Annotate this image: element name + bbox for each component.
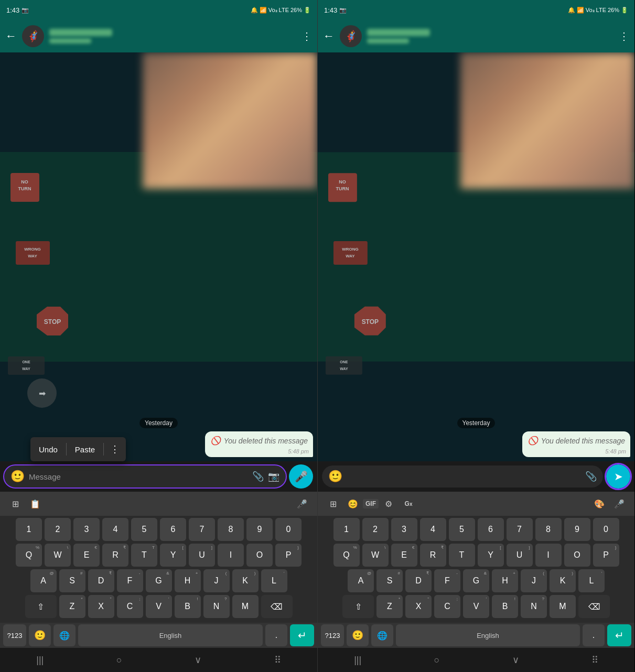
key2-g[interactable]: &G xyxy=(463,569,489,592)
key2-f[interactable]: -F xyxy=(434,569,460,592)
num-button-2[interactable]: ?123 xyxy=(321,624,344,646)
key2-w[interactable]: \W xyxy=(362,544,389,567)
emoji-kb-btn-1[interactable]: 🙂 xyxy=(29,624,51,646)
nav-recents-1[interactable]: ∨ xyxy=(195,654,201,666)
key2-b[interactable]: !B xyxy=(492,595,518,618)
key-t[interactable]: TT xyxy=(131,544,157,567)
key2-v[interactable]: 'V xyxy=(463,595,489,618)
key2-n[interactable]: ?N xyxy=(521,595,547,618)
nav-keyboard-1[interactable]: ⠿ xyxy=(274,654,281,666)
key2-7[interactable]: 7 xyxy=(507,518,533,541)
key-8[interactable]: 8 xyxy=(218,518,244,541)
key2-5[interactable]: 5 xyxy=(449,518,475,541)
key2-4[interactable]: 4 xyxy=(420,518,446,541)
key2-8[interactable]: 8 xyxy=(535,518,562,541)
enter-button-2[interactable]: ↵ xyxy=(607,624,631,646)
key2-0[interactable]: 0 xyxy=(593,518,619,541)
space-bar-1[interactable]: English xyxy=(78,624,263,646)
key2-s[interactable]: #S xyxy=(376,569,403,592)
period-button-2[interactable]: . xyxy=(583,624,605,646)
num-button-1[interactable]: ?123 xyxy=(3,624,26,646)
emoji-kb-btn-2[interactable]: 🙂 xyxy=(347,624,369,646)
key-j[interactable]: (J xyxy=(203,569,230,592)
key-i[interactable]: I xyxy=(218,544,244,567)
key-y[interactable]: [Y xyxy=(160,544,186,567)
key2-shift[interactable]: ⇧ xyxy=(342,595,374,618)
key2-a[interactable]: @A xyxy=(348,569,374,592)
mic-button-1[interactable]: 🎤 xyxy=(289,464,313,489)
space-bar-2[interactable]: English xyxy=(396,624,580,646)
key-4[interactable]: 4 xyxy=(102,518,128,541)
emoji-button-2[interactable]: 🙂 xyxy=(328,470,342,483)
key2-m[interactable]: M xyxy=(550,595,576,618)
key-w[interactable]: \W xyxy=(45,544,71,567)
key2-c[interactable]: ;C xyxy=(434,595,460,618)
key2-i[interactable]: I xyxy=(535,544,562,567)
key2-r[interactable]: ₹R xyxy=(420,544,446,567)
key2-9[interactable]: 9 xyxy=(564,518,590,541)
nav-recents-2[interactable]: ∨ xyxy=(512,654,519,666)
key2-e[interactable]: €E xyxy=(391,544,417,567)
key-backspace-1[interactable]: ⌫ xyxy=(261,595,293,618)
key2-y[interactable]: [Y xyxy=(478,544,504,567)
kb-mic-btn-2[interactable]: 🎤 xyxy=(609,494,629,514)
nav-back-2[interactable]: ||| xyxy=(354,655,361,666)
message-input-box-2[interactable]: 🙂 📎 xyxy=(322,465,603,487)
key-o[interactable]: O xyxy=(246,544,273,567)
key-c[interactable]: ;C xyxy=(117,595,143,618)
key2-j[interactable]: (J xyxy=(521,569,547,592)
key-z[interactable]: *Z xyxy=(59,595,85,618)
key2-t[interactable]: T xyxy=(449,544,475,567)
key2-l[interactable]: 'L xyxy=(578,569,605,592)
key-5[interactable]: 5 xyxy=(131,518,157,541)
key-a[interactable]: @A xyxy=(30,569,57,592)
key-u[interactable]: ]U xyxy=(189,544,215,567)
key-7[interactable]: 7 xyxy=(189,518,215,541)
kb-grid-btn-2[interactable]: ⊞ xyxy=(323,494,343,514)
key2-6[interactable]: 6 xyxy=(478,518,504,541)
more-menu-button-1[interactable]: ⋮ xyxy=(302,30,312,42)
key-p[interactable]: }P xyxy=(275,544,302,567)
attach-button-1[interactable]: 📎 xyxy=(252,471,264,482)
key-e[interactable]: €E xyxy=(73,544,100,567)
nav-back-1[interactable]: ||| xyxy=(36,655,44,666)
paste-button[interactable]: Paste xyxy=(67,441,103,458)
key2-1[interactable]: 1 xyxy=(333,518,360,541)
nav-home-1[interactable]: ○ xyxy=(116,655,122,666)
key-q[interactable]: %Q xyxy=(16,544,42,567)
key2-p[interactable]: }P xyxy=(593,544,619,567)
key2-3[interactable]: 3 xyxy=(391,518,417,541)
kb-gif-btn-2[interactable]: GIF xyxy=(363,499,379,508)
emoji-button-1[interactable]: 🙂 xyxy=(10,470,25,483)
key-n[interactable]: ?N xyxy=(203,595,230,618)
key-9[interactable]: 9 xyxy=(246,518,273,541)
key-h[interactable]: +H xyxy=(175,569,201,592)
key-v[interactable]: 'V xyxy=(146,595,172,618)
globe-button-1[interactable]: 🌐 xyxy=(53,624,76,646)
key-shift-1[interactable]: ⇧ xyxy=(25,595,57,618)
kb-mic-btn-1[interactable]: 🎤 xyxy=(292,494,312,514)
more-menu-button-2[interactable]: ⋮ xyxy=(619,30,629,42)
key-f[interactable]: -F xyxy=(117,569,143,592)
key2-x[interactable]: "X xyxy=(405,595,432,618)
kb-settings-btn-2[interactable]: ⚙ xyxy=(379,494,399,514)
key-b[interactable]: !B xyxy=(175,595,201,618)
globe-button-2[interactable]: 🌐 xyxy=(371,624,393,646)
key-l[interactable]: 'L xyxy=(261,569,287,592)
key2-h[interactable]: +H xyxy=(492,569,518,592)
send-button-2[interactable]: ➤ xyxy=(606,464,630,489)
kb-clipboard-btn-1[interactable]: 📋 xyxy=(25,494,45,514)
key2-d[interactable]: ₹D xyxy=(405,569,432,592)
key-0[interactable]: 0 xyxy=(275,518,302,541)
period-button-1[interactable]: . xyxy=(265,624,287,646)
undo-button[interactable]: Undo xyxy=(30,441,66,458)
key2-o[interactable]: O xyxy=(564,544,590,567)
key-2[interactable]: 2 xyxy=(45,518,71,541)
key-m[interactable]: M xyxy=(232,595,259,618)
back-button-1[interactable]: ← xyxy=(5,29,17,43)
message-input-box-1[interactable]: 🙂 Message 📎 📷 xyxy=(4,465,286,487)
key-x[interactable]: "X xyxy=(88,595,114,618)
key-1[interactable]: 1 xyxy=(16,518,42,541)
message-input-1[interactable]: Message xyxy=(29,472,248,481)
key2-backspace[interactable]: ⌫ xyxy=(578,595,610,618)
